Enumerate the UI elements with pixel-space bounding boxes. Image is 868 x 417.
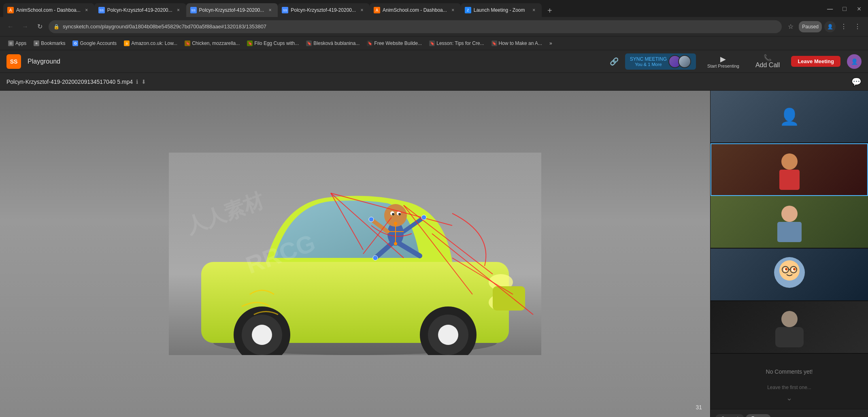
- comment-input-area: General Frame: [711, 409, 868, 417]
- close-button[interactable]: ×: [853, 3, 865, 15]
- tab-favicon-5: A: [374, 7, 380, 13]
- bookmark-google-label: Google Accounts: [80, 40, 117, 46]
- tab-close-2[interactable]: ×: [175, 6, 182, 14]
- file-download-icon[interactable]: ⬇: [141, 79, 146, 85]
- tab-favicon-6: Z: [465, 7, 471, 13]
- chicken-icon: 🔖: [185, 40, 190, 46]
- filo-icon: 🔖: [247, 40, 253, 46]
- svg-point-50: [785, 268, 787, 270]
- extension-button[interactable]: ⋮: [838, 21, 849, 32]
- share-link-icon[interactable]: 🔗: [610, 57, 619, 66]
- bookmark-star-button[interactable]: ☆: [785, 21, 796, 32]
- add-call-icon: 📞: [764, 54, 772, 62]
- bookmark-bleskova-label: Blesková bublanina...: [313, 40, 360, 46]
- tab-close-4[interactable]: ×: [358, 6, 366, 14]
- start-presenting-label: Start Presenting: [707, 64, 739, 68]
- tab-title-5: AnimSchool.com - Dashboa...: [383, 7, 447, 13]
- bookmark-filo-label: Filo Egg Cups with...: [254, 40, 299, 46]
- participant-avatars: [668, 55, 691, 68]
- tab-title-3: Polcyn-Krzysztof-419-20200...: [199, 7, 264, 13]
- apps-icon: ⊞: [8, 40, 14, 46]
- lesson-icon: 🔖: [429, 40, 435, 46]
- browser-tab-6[interactable]: Z Launch Meeting - Zoom ×: [461, 3, 542, 17]
- app-logo[interactable]: SS: [6, 54, 21, 69]
- svg-point-8: [252, 325, 272, 345]
- more-button[interactable]: ⋮: [852, 21, 863, 32]
- svg-point-39: [781, 153, 798, 170]
- tab-favicon-3: SS: [190, 7, 197, 13]
- bookmark-overflow[interactable]: »: [546, 39, 555, 48]
- bookmark-apps[interactable]: ⊞ Apps: [5, 39, 30, 48]
- tab-general[interactable]: General: [715, 414, 744, 417]
- browser-tab-1[interactable]: A AnimSchool.com - Dashboa... ×: [3, 3, 94, 17]
- tab-favicon-1: A: [7, 7, 14, 13]
- svg-point-36: [373, 255, 378, 260]
- back-button[interactable]: ←: [5, 21, 16, 32]
- browser-tab-5[interactable]: A AnimSchool.com - Dashboa... ×: [370, 3, 461, 17]
- forward-button[interactable]: →: [19, 21, 31, 32]
- sync-meeting-area[interactable]: SYNC MEETING You & 1 More: [625, 53, 696, 70]
- bookmark-filo[interactable]: 🔖 Filo Egg Cups with...: [244, 39, 302, 48]
- address-bar[interactable]: 🔒 syncsketch.com/playground/0a1804b08be5…: [49, 20, 782, 33]
- svg-point-16: [392, 213, 394, 215]
- navigation-bar: ← → ↻ 🔒 syncsketch.com/playground/0a1804…: [0, 17, 868, 36]
- bleskova-icon: 🔖: [306, 40, 312, 46]
- tab-close-6[interactable]: ×: [530, 6, 538, 14]
- tab-close-1[interactable]: ×: [83, 6, 90, 14]
- comment-tabs: General Frame: [715, 414, 863, 417]
- tab-title-6: Launch Meeting - Zoom: [474, 7, 528, 13]
- add-call-button[interactable]: 📞 Add Call: [751, 52, 785, 70]
- participant-avatar-2: [678, 55, 691, 68]
- participant-video-2: [711, 143, 868, 196]
- profile-button[interactable]: 👤: [824, 21, 836, 32]
- bookmark-website[interactable]: 🔖 Free Website Builde...: [364, 39, 425, 48]
- viewer-sidebar-area: RRCG 人人素材 31 ▶: [0, 91, 868, 417]
- new-tab-button[interactable]: +: [543, 4, 556, 17]
- bookmark-amazon[interactable]: a Amazon.co.uk: Low...: [121, 39, 181, 48]
- address-text: syncsketch.com/playground/0a1804b08be545…: [63, 23, 777, 30]
- tab-close-5[interactable]: ×: [449, 6, 457, 14]
- leave-meeting-button[interactable]: Leave Meeting: [791, 56, 840, 67]
- sync-meeting-sub: You & 1 More: [635, 62, 662, 67]
- bookmark-lesson[interactable]: 🔖 Lesson: Tips for Cre...: [426, 39, 487, 48]
- sync-meeting-label: SYNC MEETING: [630, 56, 667, 62]
- no-comments-text: No Comments yet!: [717, 360, 862, 383]
- right-sidebar: 👤: [710, 91, 868, 417]
- file-title-bar: Polcyn-Krzysztof-419-20200209134517040 5…: [0, 73, 868, 91]
- tab-close-3[interactable]: ×: [266, 6, 274, 14]
- reload-button[interactable]: ↻: [34, 21, 45, 32]
- minimize-button[interactable]: ─: [824, 3, 836, 15]
- comment-toggle-icon[interactable]: 💬: [851, 77, 862, 87]
- bookmark-how-to[interactable]: 🔖 How to Make an A...: [488, 39, 545, 48]
- maximize-button[interactable]: □: [839, 3, 850, 15]
- browser-tab-2[interactable]: SS Polcyn-Krzysztof-419-20200... ×: [94, 3, 186, 17]
- bookmark-bookmarks[interactable]: ★ Bookmarks: [30, 39, 68, 48]
- browser-tab-4[interactable]: SS Polcyn-Krzysztof-419-20200... ×: [278, 3, 370, 17]
- app-title: Playground: [28, 58, 60, 65]
- add-call-label: Add Call: [755, 62, 780, 69]
- participant-video-5: [711, 301, 868, 354]
- start-presenting-button[interactable]: ▶ Start Presenting: [702, 53, 744, 70]
- bookmark-bleskova[interactable]: 🔖 Blesková bublanina...: [303, 39, 363, 48]
- file-name: Polcyn-Krzysztof-419-20200209134517040 5…: [6, 79, 133, 85]
- comments-chevron[interactable]: ⌄: [717, 394, 862, 402]
- tab-title-1: AnimSchool.com - Dashboa...: [16, 7, 81, 13]
- bookmark-google-accounts[interactable]: G Google Accounts: [69, 39, 120, 48]
- svg-point-35: [421, 215, 426, 220]
- svg-point-41: [781, 206, 798, 222]
- svg-point-31: [394, 222, 397, 225]
- file-info-icon[interactable]: ℹ: [136, 79, 138, 85]
- website-icon: 🔖: [367, 40, 372, 46]
- svg-rect-53: [775, 327, 804, 347]
- bookmarks-icon: ★: [34, 40, 39, 46]
- syncsketch-app: SS Playground 🔗 SYNC MEETING You & 1 Mor…: [0, 50, 868, 417]
- bookmark-chicken[interactable]: 🔖 Chicken, mozzarella...: [181, 39, 243, 48]
- browser-tab-3[interactable]: SS Polcyn-Krzysztof-419-20200... ×: [186, 3, 278, 17]
- how-to-icon: 🔖: [491, 40, 497, 46]
- tab-frame[interactable]: Frame: [746, 414, 771, 417]
- tab-title-4: Polcyn-Krzysztof-419-20200...: [291, 7, 356, 13]
- svg-rect-42: [777, 222, 802, 242]
- comments-section: No Comments yet! Leave the first one... …: [711, 354, 868, 409]
- user-avatar-button[interactable]: 👤: [847, 54, 862, 69]
- bookmark-chicken-label: Chicken, mozzarella...: [192, 40, 240, 46]
